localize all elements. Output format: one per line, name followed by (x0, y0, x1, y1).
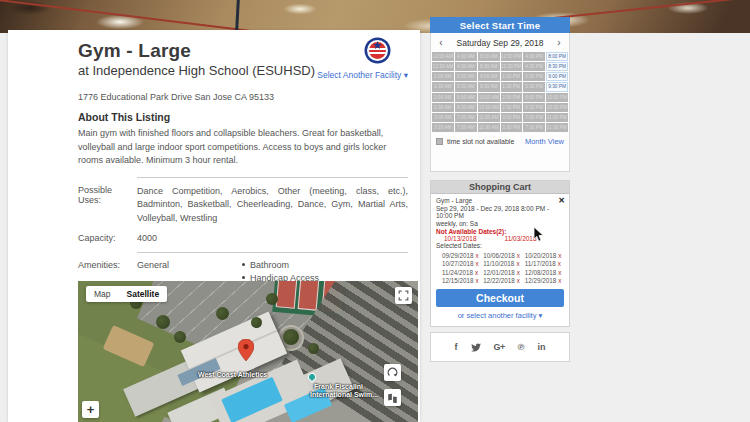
facebook-icon[interactable]: f (455, 342, 458, 352)
legend-text: time slot not available (447, 138, 525, 145)
fullscreen-button[interactable] (395, 287, 412, 304)
time-slot-unavailable: 11:00 AM (478, 113, 500, 122)
month-view-link[interactable]: Month View (525, 137, 564, 146)
remove-date-button[interactable]: x (475, 269, 478, 276)
remove-date-button[interactable]: x (517, 252, 520, 259)
facility-booking-page: Gym - Large at Independence High School … (0, 0, 750, 422)
remove-date-button[interactable]: x (558, 277, 561, 284)
map-place-label: West Coast Athletics (198, 371, 267, 378)
selected-date: 12/15/2018x (442, 277, 481, 284)
time-slot-unavailable: 7:30 PM (523, 123, 545, 132)
time-slot-unavailable: 11:00 PM (546, 113, 568, 122)
time-slot-unavailable: 7:30 AM (455, 123, 477, 132)
time-slot-available[interactable]: 8:30 PM (546, 62, 568, 71)
selected-date: 12/01/2018x (483, 269, 522, 276)
rotate-icon (387, 367, 398, 378)
remove-date-button[interactable]: x (517, 269, 520, 276)
time-slot-available[interactable]: 9:30 PM (546, 82, 568, 91)
time-slot-unavailable: 12:30 AM (432, 62, 454, 71)
map-location-pin-icon[interactable] (238, 339, 254, 361)
time-slot-unavailable: 5:30 AM (455, 82, 477, 91)
possible-uses-value: Dance Competition, Aerobics, Other (meet… (137, 185, 408, 227)
time-slot-unavailable: 12:30 PM (501, 62, 523, 71)
time-slot-unavailable: 1:00 AM (432, 72, 454, 81)
not-available-date: 11/03/2018 (505, 235, 537, 242)
time-slot-unavailable: 6:30 PM (523, 103, 545, 112)
time-slot-unavailable: 3:30 PM (501, 123, 523, 132)
time-slot-unavailable: 2:30 PM (501, 103, 523, 112)
time-slot-unavailable: 6:30 AM (455, 103, 477, 112)
time-slot-unavailable: 10:30 AM (478, 103, 500, 112)
zoom-in-button[interactable]: + (82, 401, 99, 418)
tilt-view-button[interactable] (384, 389, 401, 406)
booking-sidebar: Select Start Time ‹ Saturday Sep 29, 201… (430, 17, 570, 362)
time-slot-available[interactable]: 9:00 PM (546, 72, 568, 81)
time-slot-unavailable: 11:30 PM (546, 123, 568, 132)
fullscreen-icon (398, 290, 409, 301)
pole-decoration (235, 0, 240, 32)
school-logo-icon (364, 37, 391, 64)
time-slot-unavailable: 1:30 PM (501, 82, 523, 91)
next-day-button[interactable]: › (554, 37, 564, 48)
selected-date: 12/08/2018x (525, 269, 564, 276)
time-slot-unavailable: 12:00 AM (432, 52, 454, 61)
remove-date-button[interactable]: x (558, 269, 561, 276)
about-heading: About This Listing (78, 111, 408, 123)
select-another-facility-link[interactable]: Select Another Facility ▾ (317, 70, 408, 80)
rotate-view-button[interactable] (384, 364, 401, 381)
remove-date-button[interactable]: x (476, 260, 479, 267)
selected-date: 10/27/2018x (442, 260, 481, 267)
mouse-cursor (533, 226, 545, 243)
linkedin-icon[interactable]: in (537, 342, 545, 352)
previous-day-button[interactable]: ‹ (436, 37, 446, 48)
time-picker-panel: ‹ Saturday Sep 29, 2018 › 12:00 AM12:30 … (430, 33, 570, 172)
page-title: Gym - Large (78, 40, 408, 62)
time-slot-unavailable: 5:30 PM (523, 82, 545, 91)
section-divider (137, 177, 408, 178)
selected-date: 11/10/2018x (483, 260, 522, 267)
time-slot-unavailable: 10:00 AM (478, 93, 500, 102)
map-tree (308, 343, 319, 354)
time-slot-grid: 12:00 AM12:30 AM1:00 AM1:30 AM2:00 AM2:3… (432, 52, 568, 132)
remove-date-button[interactable]: x (517, 277, 520, 284)
facility-map[interactable]: West Coast Athletics Frank Fiscalini Int… (78, 281, 418, 422)
map-tree (251, 317, 262, 328)
facility-address: 1776 Educational Park Drive San Jose CA … (78, 92, 408, 102)
time-slot-unavailable: 3:30 AM (432, 123, 454, 132)
or-select-facility-link[interactable]: or select another facility ▾ (436, 311, 564, 320)
remove-date-button[interactable]: x (476, 252, 479, 259)
time-slot-unavailable: 8:30 AM (478, 62, 500, 71)
selected-date: 10/06/2018x (483, 252, 522, 259)
google-plus-icon[interactable]: G+ (494, 342, 505, 352)
twitter-icon[interactable] (471, 343, 481, 352)
selected-date: 11/24/2018x (442, 269, 481, 276)
map-view-button[interactable]: Map (86, 286, 119, 302)
pinterest-icon[interactable]: ℗ (518, 342, 525, 352)
satellite-view-button[interactable]: Satellite (119, 286, 168, 302)
time-slot-unavailable: 2:00 AM (432, 93, 454, 102)
remove-date-button[interactable]: x (476, 277, 479, 284)
capacity-row: Capacity: 4000 (78, 233, 408, 243)
social-share-bar: f G+ ℗ in (430, 332, 570, 362)
time-slot-unavailable: 4:30 PM (523, 62, 545, 71)
time-slot-unavailable: 9:30 AM (478, 82, 500, 91)
possible-uses-label: Possible Uses: (78, 185, 137, 227)
time-picker-header: Select Start Time (430, 17, 570, 33)
gym-floor-banner-photo (0, 0, 750, 33)
selected-date: 12/22/2018x (483, 277, 522, 284)
checkout-button[interactable]: Checkout (436, 289, 564, 307)
map-place-label: International Swim... (310, 391, 378, 398)
remove-date-button[interactable]: x (558, 252, 561, 259)
possible-uses-row: Possible Uses: Dance Competition, Aerobi… (78, 185, 408, 227)
time-slot-unavailable: 3:00 PM (501, 113, 523, 122)
selected-date: 11/17/2018x (525, 260, 564, 267)
remove-date-button[interactable]: x (558, 260, 561, 267)
remove-cart-item-button[interactable]: ✕ (558, 197, 565, 205)
time-slot-unavailable: 7:00 PM (523, 113, 545, 122)
shopping-cart-body: ✕ Gym - Large Sep 29, 2018 - Dec 29, 201… (431, 194, 569, 326)
time-slot-available[interactable]: 8:00 PM (546, 52, 568, 61)
remove-date-button[interactable]: x (516, 260, 519, 267)
time-slot-unavailable: 4:30 AM (455, 62, 477, 71)
selected-dates-grid: 09/29/2018x10/06/2018x10/20/2018x10/27/2… (436, 251, 564, 285)
selected-date: 12/29/2018x (525, 277, 564, 284)
